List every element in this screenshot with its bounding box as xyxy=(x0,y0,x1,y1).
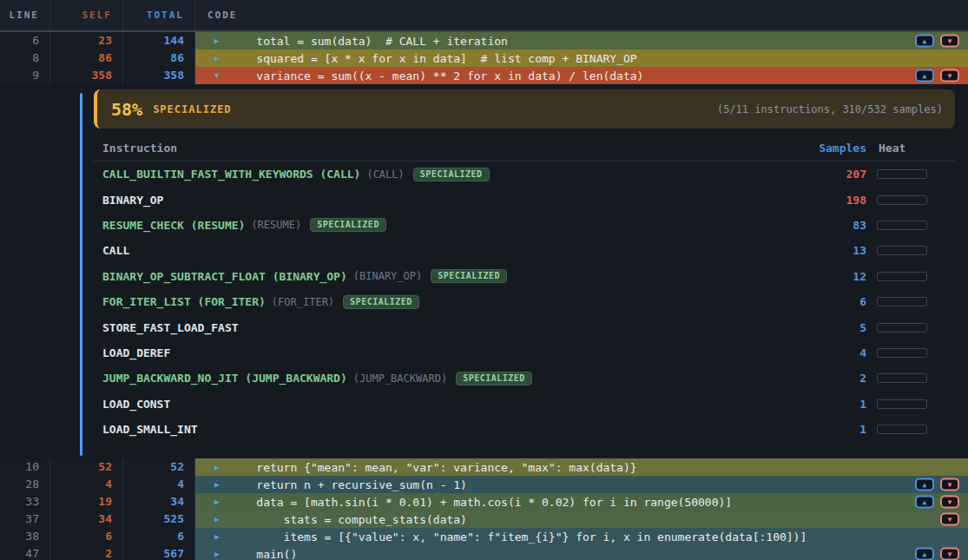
code-cell[interactable]: ▶ stats = compute_stats(data) ▼ xyxy=(195,511,968,528)
table-row: 8 86 86 ▶ squared = [x * x for x in data… xyxy=(0,49,968,67)
instruction-base-op: (FOR_ITER) xyxy=(272,296,334,308)
heat-bar xyxy=(877,297,927,306)
expand-triangle-icon[interactable]: ▶ xyxy=(214,37,219,45)
line-number: 33 xyxy=(0,493,50,511)
table-header: LINE SELF TOTAL CODE xyxy=(0,0,968,32)
code-cell[interactable]: ▶ items = [{"value": x, "name": f"item_{… xyxy=(195,528,968,545)
heat-bar xyxy=(877,272,927,281)
column-header-total: TOTAL xyxy=(123,0,195,30)
expand-triangle-icon[interactable]: ▶ xyxy=(214,533,219,541)
sample-count: 6 xyxy=(797,295,866,308)
specialized-percent: 58% xyxy=(111,99,142,120)
code-cell[interactable]: ▶ main() ▲ ▼ xyxy=(195,545,968,560)
heat-bar xyxy=(877,323,927,333)
line-number: 10 xyxy=(0,458,50,476)
expand-triangle-icon[interactable]: ▶ xyxy=(214,464,219,471)
instruction-row: STORE_FAST_LOAD_FAST 5 xyxy=(94,314,955,339)
move-down-button[interactable]: ▼ xyxy=(940,548,959,560)
code-cell[interactable]: ▶ return {"mean": mean, "var": variance,… xyxy=(195,458,968,476)
column-header-samples: Samples xyxy=(797,142,866,155)
code-cell[interactable]: ▶ squared = [x * x for x in data] # list… xyxy=(195,49,968,67)
expand-triangle-icon[interactable]: ▶ xyxy=(214,516,219,524)
expand-triangle-icon[interactable]: ▶ xyxy=(214,481,219,489)
line-number: 37 xyxy=(0,511,50,528)
move-down-button[interactable]: ▼ xyxy=(940,513,959,526)
specialized-badge: SPECIALIZED xyxy=(456,372,532,385)
code-cell[interactable]: ▼ variance = sum((x - mean) ** 2 for x i… xyxy=(195,67,968,84)
total-samples: 6 xyxy=(123,528,195,545)
expand-triangle-icon[interactable]: ▶ xyxy=(214,498,219,506)
sample-count: 5 xyxy=(797,321,866,334)
table-row: 37 34 525 ▶ stats = compute_stats(data) … xyxy=(0,511,968,528)
instruction-row: LOAD_DEREF 4 xyxy=(94,340,955,366)
code-text: stats = compute_stats(data) xyxy=(229,513,467,526)
instruction-row: JUMP_BACKWARD_NO_JIT (JUMP_BACKWARD) (JU… xyxy=(94,366,955,391)
expand-triangle-icon[interactable]: ▶ xyxy=(214,550,219,558)
line-number: 9 xyxy=(0,67,50,84)
self-samples: 23 xyxy=(50,32,123,49)
code-cell[interactable]: ▶ total = sum(data) # CALL + iteration ▲… xyxy=(195,32,968,49)
move-down-button[interactable]: ▼ xyxy=(940,69,959,82)
total-samples: 358 xyxy=(123,67,195,84)
self-samples: 2 xyxy=(50,545,123,560)
sample-count: 4 xyxy=(797,346,866,359)
column-header-heat: Heat xyxy=(877,142,927,155)
table-row: 33 19 34 ▶ data = [math.sin(i * 0.01) + … xyxy=(0,493,968,511)
instruction-name: LOAD_CONST xyxy=(102,398,170,411)
move-down-button[interactable]: ▼ xyxy=(940,496,959,509)
sample-count: 1 xyxy=(797,423,866,436)
code-cell[interactable]: ▶ data = [math.sin(i * 0.01) + math.cos(… xyxy=(195,493,968,511)
sample-count: 207 xyxy=(797,168,866,181)
code-cell[interactable]: ▶ return n + recursive_sum(n - 1) ▲ ▼ xyxy=(195,476,968,493)
self-samples: 52 xyxy=(50,458,123,476)
instruction-base-op: (CALL) xyxy=(366,168,404,181)
specialization-summary-banner: 58% SPECIALIZED (5/11 instructions, 310/… xyxy=(94,89,955,128)
self-samples: 86 xyxy=(50,49,123,67)
self-samples: 358 xyxy=(50,67,123,84)
instruction-row: BINARY_OP_SUBTRACT_FLOAT (BINARY_OP) (BI… xyxy=(94,264,955,289)
move-up-button[interactable]: ▲ xyxy=(915,35,934,48)
code-text: main() xyxy=(229,548,297,560)
heat-bar xyxy=(877,169,927,179)
table-row: 38 6 6 ▶ items = [{"value": x, "name": f… xyxy=(0,528,968,545)
instruction-name: STORE_FAST_LOAD_FAST xyxy=(102,321,239,334)
instruction-name: BINARY_OP xyxy=(102,194,163,207)
collapse-triangle-icon[interactable]: ▼ xyxy=(214,72,219,80)
instruction-base-op: (RESUME) xyxy=(251,219,301,231)
total-samples: 86 xyxy=(123,49,195,67)
move-up-button[interactable]: ▲ xyxy=(915,69,934,82)
instruction-row: CALL_BUILTIN_FAST_WITH_KEYWORDS (CALL) (… xyxy=(94,161,955,187)
sample-count: 12 xyxy=(797,270,866,283)
sample-count: 83 xyxy=(797,219,866,232)
instruction-base-op: (BINARY_OP) xyxy=(353,270,422,282)
instruction-row: CALL 13 xyxy=(94,238,955,263)
move-down-button[interactable]: ▼ xyxy=(940,35,959,48)
instruction-row: LOAD_SMALL_INT 1 xyxy=(94,417,955,442)
total-samples: 52 xyxy=(123,458,195,476)
line-number: 28 xyxy=(0,476,50,493)
instruction-row: BINARY_OP 198 xyxy=(94,187,955,212)
code-text: items = [{"value": x, "name": f"item_{i}… xyxy=(229,530,807,544)
table-row: 47 2 567 ▶ main() ▲ ▼ xyxy=(0,545,968,560)
instruction-detail-panel: 58% SPECIALIZED (5/11 instructions, 310/… xyxy=(0,89,968,458)
heat-bar xyxy=(877,221,927,230)
code-text: return {"mean": mean, "var": variance, "… xyxy=(229,461,637,474)
table-row: 6 23 144 ▶ total = sum(data) # CALL + it… xyxy=(0,32,968,49)
instruction-name: CALL xyxy=(102,244,129,257)
move-down-button[interactable]: ▼ xyxy=(940,478,959,491)
specialized-badge: SPECIALIZED xyxy=(343,295,419,309)
total-samples: 144 xyxy=(123,32,195,49)
expand-triangle-icon[interactable]: ▶ xyxy=(214,55,219,63)
code-text: squared = [x * x for x in data] # list c… xyxy=(229,52,637,65)
sample-count: 198 xyxy=(797,194,866,207)
line-number: 6 xyxy=(0,32,50,49)
specialized-badge: SPECIALIZED xyxy=(310,218,386,232)
move-up-button[interactable]: ▲ xyxy=(915,548,934,560)
move-up-button[interactable]: ▲ xyxy=(915,478,934,491)
total-samples: 567 xyxy=(123,545,195,560)
line-number: 47 xyxy=(0,545,50,560)
table-row-expanded: 9 358 358 ▼ variance = sum((x - mean) **… xyxy=(0,67,968,84)
column-header-code: CODE xyxy=(195,0,968,30)
table-row: 28 4 4 ▶ return n + recursive_sum(n - 1)… xyxy=(0,476,968,493)
move-up-button[interactable]: ▲ xyxy=(915,496,934,509)
